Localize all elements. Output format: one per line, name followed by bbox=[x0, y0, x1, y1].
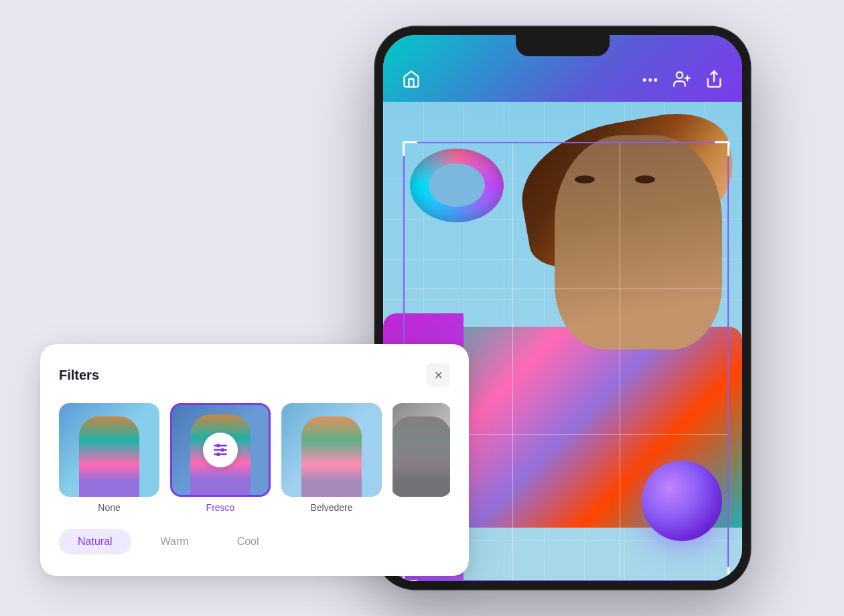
filter-none-preview bbox=[59, 403, 159, 497]
home-icon[interactable] bbox=[402, 70, 421, 91]
filter-fresco-label: Fresco bbox=[206, 502, 235, 513]
thumb-person-none bbox=[79, 416, 139, 497]
filter-none-label: None bbox=[98, 502, 120, 513]
tone-pills-row: Natural Warm Cool bbox=[59, 529, 450, 554]
tone-cool-button[interactable]: Cool bbox=[218, 529, 278, 554]
filter-belvedere[interactable]: Belvedere bbox=[281, 403, 382, 513]
sliders-icon bbox=[212, 441, 229, 459]
filter-fresco[interactable]: Fresco bbox=[170, 403, 271, 513]
crop-corner-br bbox=[715, 567, 729, 581]
tone-warm-button[interactable]: Warm bbox=[142, 529, 208, 554]
thumb-person-fourth bbox=[393, 416, 450, 497]
filter-fourth[interactable] bbox=[393, 403, 450, 513]
svg-point-9 bbox=[216, 453, 220, 456]
filter-card-header: Filters ✕ bbox=[59, 363, 450, 387]
filter-fresco-preview bbox=[170, 403, 271, 497]
thumb-person-belvedere bbox=[301, 416, 362, 497]
grid-line-horizontal-1 bbox=[405, 289, 727, 289]
header-right-icons: ••• bbox=[642, 70, 723, 91]
svg-point-0 bbox=[677, 72, 683, 78]
filter-card: Filters ✕ None bbox=[40, 344, 469, 576]
filter-belvedere-label: Belvedere bbox=[310, 502, 352, 513]
sphere-decoration bbox=[642, 461, 722, 541]
phone-notch bbox=[516, 35, 610, 56]
svg-point-8 bbox=[221, 448, 224, 451]
filter-none[interactable]: None bbox=[59, 403, 159, 513]
filter-card-title: Filters bbox=[59, 368, 99, 383]
tone-natural-button[interactable]: Natural bbox=[59, 529, 131, 554]
share-icon[interactable] bbox=[705, 70, 723, 91]
crop-corner-tr bbox=[715, 141, 729, 156]
add-people-icon[interactable] bbox=[673, 70, 691, 91]
svg-point-7 bbox=[216, 444, 220, 447]
close-icon: ✕ bbox=[434, 369, 443, 382]
grid-line-vertical-2 bbox=[620, 143, 620, 580]
close-button[interactable]: ✕ bbox=[426, 363, 450, 387]
filter-thumbnails-row: None Fresco bbox=[59, 403, 450, 513]
more-dots-icon[interactable]: ••• bbox=[642, 74, 659, 86]
fresco-icon-overlay bbox=[203, 433, 238, 467]
crop-corner-tl bbox=[403, 141, 417, 156]
filter-fourth-preview bbox=[393, 403, 450, 497]
filter-belvedere-preview bbox=[281, 403, 382, 497]
torus-decoration bbox=[410, 149, 504, 222]
grid-line-vertical-1 bbox=[512, 143, 513, 580]
